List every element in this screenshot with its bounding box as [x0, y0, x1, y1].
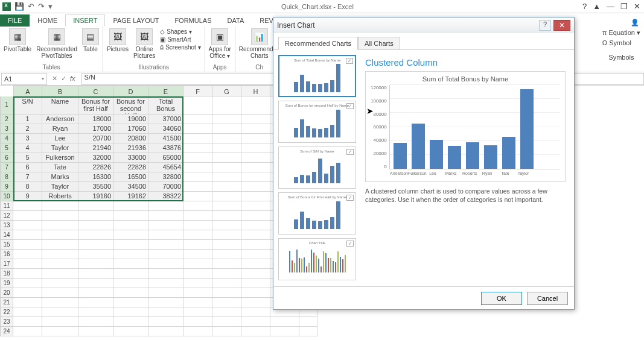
cell[interactable]: 17060	[113, 124, 148, 134]
row-header[interactable]: 23	[0, 317, 13, 327]
cell[interactable]: 6	[13, 163, 42, 172]
cell[interactable]	[183, 240, 212, 250]
cell[interactable]	[13, 288, 42, 298]
col-header-D[interactable]: D	[113, 86, 148, 96]
cell[interactable]	[78, 327, 113, 336]
cell[interactable]: 65000	[148, 153, 183, 163]
cell[interactable]	[148, 327, 183, 336]
cell[interactable]	[148, 298, 183, 307]
cell[interactable]	[212, 259, 241, 269]
cell[interactable]	[183, 250, 212, 259]
cell[interactable]	[241, 96, 270, 115]
cell[interactable]	[241, 124, 270, 134]
cell[interactable]: Lee	[42, 134, 78, 143]
cell[interactable]	[148, 211, 183, 221]
cell[interactable]	[13, 327, 42, 336]
cell[interactable]: Bonus for first Half	[78, 96, 113, 115]
restore-icon[interactable]: ❐	[620, 2, 628, 11]
cell[interactable]: 32800	[148, 172, 183, 182]
cell[interactable]	[212, 211, 241, 221]
cell[interactable]	[113, 317, 148, 327]
cell[interactable]	[241, 288, 270, 298]
expand-icon[interactable]: ⤢	[346, 103, 354, 109]
cell[interactable]	[42, 201, 78, 211]
cell[interactable]	[113, 288, 148, 298]
cell[interactable]	[183, 279, 212, 288]
dialog-close-icon[interactable]: ✕	[553, 20, 570, 31]
cell[interactable]	[13, 211, 42, 221]
cell[interactable]	[148, 279, 183, 288]
cell[interactable]	[13, 307, 42, 317]
help-icon[interactable]: ?	[582, 2, 587, 11]
cell[interactable]	[212, 172, 241, 182]
ok-button[interactable]: OK	[481, 292, 522, 305]
cell[interactable]: Total Bonus	[148, 96, 183, 115]
cell[interactable]: 9	[13, 192, 42, 201]
cell[interactable]: 41500	[148, 134, 183, 143]
chart-thumbnails-panel[interactable]: Sum of Total Bonus by Name⤢Sum of Bonus …	[278, 55, 357, 282]
cell[interactable]	[113, 279, 148, 288]
cell[interactable]	[78, 240, 113, 250]
row-header[interactable]: 5	[0, 143, 13, 153]
cell[interactable]: 16500	[113, 172, 148, 182]
cell[interactable]: Name	[42, 96, 78, 115]
cell[interactable]	[241, 269, 270, 279]
row-header[interactable]: 4	[0, 134, 13, 143]
cell[interactable]	[241, 115, 270, 124]
expand-icon[interactable]: ⤢	[346, 58, 353, 64]
cell[interactable]: 19000	[113, 115, 148, 124]
cell[interactable]	[42, 327, 78, 336]
cell[interactable]: 70000	[148, 182, 183, 192]
cell[interactable]	[113, 250, 148, 259]
fx-icon[interactable]: fx	[70, 75, 75, 83]
cell[interactable]	[241, 279, 270, 288]
cell[interactable]	[13, 269, 42, 279]
cell[interactable]	[113, 269, 148, 279]
cell[interactable]	[42, 259, 78, 269]
cell[interactable]	[13, 317, 42, 327]
tab-file[interactable]: FILE	[0, 14, 30, 27]
cell[interactable]	[78, 259, 113, 269]
cell[interactable]: Tate	[42, 163, 78, 172]
cell[interactable]	[183, 221, 212, 230]
cell[interactable]	[183, 259, 212, 269]
cell[interactable]	[148, 240, 183, 250]
row-header[interactable]: 11	[0, 201, 13, 211]
cell[interactable]: Fulkerson	[42, 153, 78, 163]
cell[interactable]	[270, 317, 299, 327]
cell[interactable]	[42, 230, 78, 240]
cell[interactable]: 19160	[78, 192, 113, 201]
row-header[interactable]: 13	[0, 221, 13, 230]
cell[interactable]	[241, 211, 270, 221]
cell[interactable]	[241, 201, 270, 211]
cell[interactable]	[241, 172, 270, 182]
cell[interactable]: S/N	[13, 96, 42, 115]
cell[interactable]	[183, 172, 212, 182]
recommended-pivottables-button[interactable]: ▦Recommended PivotTables	[36, 28, 77, 59]
row-header[interactable]: 19	[0, 279, 13, 288]
cell[interactable]	[212, 192, 241, 201]
cell[interactable]: 20800	[113, 134, 148, 143]
cell[interactable]: 38322	[148, 192, 183, 201]
tab-recommended-charts[interactable]: Recommended Charts	[278, 37, 358, 50]
cell[interactable]: 21936	[113, 143, 148, 153]
col-header-A[interactable]: A	[13, 86, 42, 96]
shapes-button[interactable]: ◇Shapes ▾	[160, 28, 200, 35]
cell[interactable]	[212, 163, 241, 172]
cell[interactable]	[42, 211, 78, 221]
cell[interactable]	[241, 143, 270, 153]
cell[interactable]	[183, 298, 212, 307]
cell[interactable]: Taylor	[42, 143, 78, 153]
cell[interactable]: 43876	[148, 143, 183, 153]
cell[interactable]	[212, 230, 241, 240]
fx-enter-icon[interactable]: ✓	[61, 75, 66, 83]
cell[interactable]	[212, 288, 241, 298]
cell[interactable]	[148, 250, 183, 259]
tab-all-charts[interactable]: All Charts	[358, 37, 400, 49]
cell[interactable]	[241, 327, 270, 336]
cell[interactable]	[241, 240, 270, 250]
row-header[interactable]: 2	[0, 115, 13, 124]
cell[interactable]	[299, 327, 317, 336]
row-header[interactable]: 17	[0, 259, 13, 269]
cell[interactable]	[78, 221, 113, 230]
